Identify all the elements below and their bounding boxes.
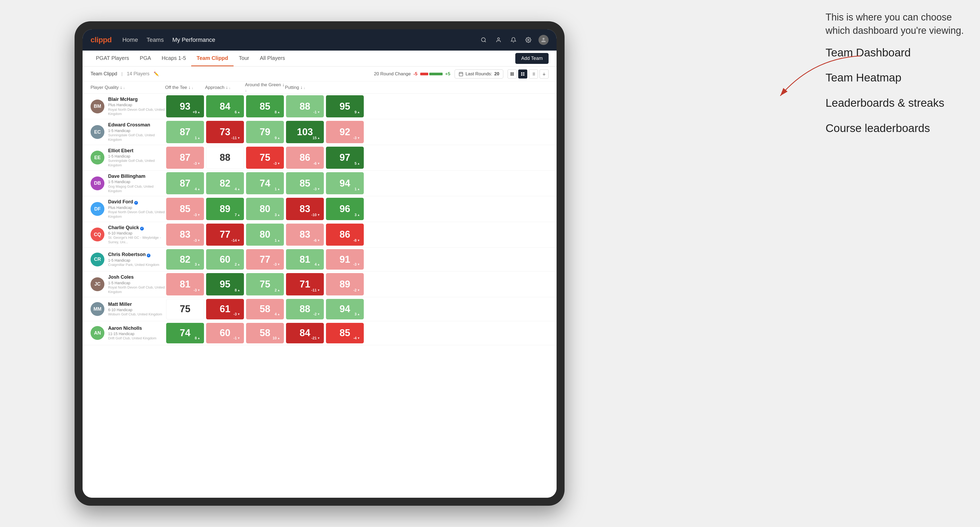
score-cell-2-2[interactable]: 75-3▼	[246, 147, 284, 169]
col-around-green[interactable]: Around the Green ↓	[245, 82, 285, 93]
score-cell-5-3[interactable]: 83-6▼	[286, 224, 324, 246]
score-cell-4-0[interactable]: 85-3▼	[166, 198, 204, 220]
user-icon[interactable]	[494, 35, 503, 45]
score-cell-3-2[interactable]: 741▲	[246, 172, 284, 194]
score-cell-3-3[interactable]: 85-3▼	[286, 172, 324, 194]
add-team-button[interactable]: Add Team	[515, 53, 549, 64]
bar-red	[420, 73, 428, 75]
score-cell-4-1[interactable]: 897▲	[206, 198, 244, 220]
score-cell-0-2[interactable]: 858▲	[246, 95, 284, 117]
col-player-quality[interactable]: Player Quality ↓	[91, 85, 165, 90]
score-cell-7-2[interactable]: 752▲	[246, 273, 284, 295]
score-cell-9-4[interactable]: 85-4▼	[326, 323, 364, 343]
search-icon[interactable]	[479, 35, 488, 45]
score-change: 8▲	[235, 288, 240, 292]
nav-item-home[interactable]: Home	[122, 37, 138, 43]
avatar: DF	[91, 202, 104, 216]
score-cell-3-0[interactable]: 874▲	[166, 172, 204, 194]
col-approach[interactable]: Approach ↓	[205, 85, 245, 90]
score-cell-0-4[interactable]: 959▲	[326, 95, 364, 117]
score-cell-7-0[interactable]: 81-3▼	[166, 273, 204, 295]
score-cell-6-3[interactable]: 814▲	[286, 249, 324, 270]
score-change: 5▲	[355, 161, 360, 165]
table-row[interactable]: JCJosh Coles1-5 HandicapRoyal North Devo…	[83, 271, 557, 297]
score-cell-2-3[interactable]: 86-6▼	[286, 147, 324, 169]
table-row[interactable]: MMMatt Miller6-10 HandicapWoburn Golf Cl…	[83, 297, 557, 321]
table-row[interactable]: BMBlair McHargPlus HandicapRoyal North D…	[83, 94, 557, 119]
score-value: 77	[220, 229, 231, 240]
score-cell-8-3[interactable]: 88-2▼	[286, 299, 324, 319]
subnav-teamclippd[interactable]: Team Clippd	[191, 51, 234, 66]
verified-badge: ✓	[134, 201, 138, 205]
score-cell-6-1[interactable]: 602▲	[206, 249, 244, 270]
score-cell-1-0[interactable]: 871▲	[166, 121, 204, 143]
score-cell-8-2[interactable]: 584▲	[246, 299, 284, 319]
score-cell-8-1[interactable]: 61-3▼	[206, 299, 244, 319]
grid-view-button[interactable]	[508, 70, 517, 78]
subnav-pgat[interactable]: PGAT Players	[91, 51, 135, 66]
table-row[interactable]: CQCharlie Quick✓6-10 HandicapSt. George'…	[83, 222, 557, 248]
score-change: 3▲	[355, 312, 360, 316]
score-cell-0-3[interactable]: 88-1▼	[286, 95, 324, 117]
score-cell-6-4[interactable]: 91-3▼	[326, 249, 364, 270]
score-cell-7-3[interactable]: 71-11▼	[286, 273, 324, 295]
score-cell-7-1[interactable]: 958▲	[206, 273, 244, 295]
score-cell-9-0[interactable]: 748▲	[166, 323, 204, 343]
score-cell-4-4[interactable]: 963▲	[326, 198, 364, 220]
svg-rect-8	[511, 72, 512, 74]
score-cell-2-1[interactable]: 88	[206, 147, 244, 169]
score-cell-1-1[interactable]: 73-11▼	[206, 121, 244, 143]
sort-button[interactable]	[539, 70, 549, 78]
score-value: 82	[180, 254, 190, 265]
score-cell-4-2[interactable]: 803▲	[246, 198, 284, 220]
score-value: 71	[300, 279, 310, 290]
subnav-tour[interactable]: Tour	[234, 51, 255, 66]
score-cell-6-0[interactable]: 823▲	[166, 249, 204, 270]
nav-item-teams[interactable]: Teams	[146, 37, 164, 43]
score-cell-5-1[interactable]: 77-14▼	[206, 224, 244, 246]
score-value: 88	[300, 101, 310, 112]
heatmap-view-button[interactable]	[518, 70, 527, 78]
bell-icon[interactable]	[509, 35, 518, 45]
settings-icon[interactable]	[523, 35, 533, 45]
table-row[interactable]: ECEdward Crossman1-5 HandicapSunningdale…	[83, 119, 557, 145]
score-cell-9-3[interactable]: 84-21▼	[286, 323, 324, 343]
score-cell-8-0[interactable]: 75	[166, 299, 204, 319]
table-row[interactable]: DBDave Billingham1-5 HandicapGog Magog G…	[83, 171, 557, 196]
table-row[interactable]: ANAaron Nicholls11-15 HandicapDrift Golf…	[83, 321, 557, 345]
score-cell-5-0[interactable]: 83-3▼	[166, 224, 204, 246]
table-row[interactable]: DFDavid Ford✓Plus HandicapRoyal North De…	[83, 196, 557, 222]
score-cell-6-2[interactable]: 77-3▼	[246, 249, 284, 270]
subnav-hcaps[interactable]: Hcaps 1-5	[156, 51, 191, 66]
user-avatar[interactable]	[538, 35, 549, 45]
table-row[interactable]: EEElliot Ebert1-5 HandicapSunningdale Go…	[83, 145, 557, 171]
nav-item-myperformance[interactable]: My Performance	[172, 37, 215, 43]
score-cell-9-2[interactable]: 5810▲	[246, 323, 284, 343]
col-putting[interactable]: Putting ↓	[285, 85, 325, 90]
score-cell-4-3[interactable]: 83-10▼	[286, 198, 324, 220]
table-row[interactable]: CRChris Robertson✓1-5 HandicapCraigmilla…	[83, 248, 557, 271]
score-cell-1-2[interactable]: 799▲	[246, 121, 284, 143]
subnav-pga[interactable]: PGA	[135, 51, 156, 66]
edit-icon[interactable]: ✏️	[154, 71, 159, 76]
score-cell-3-1[interactable]: 824▲	[206, 172, 244, 194]
score-cell-5-2[interactable]: 801▲	[246, 224, 284, 246]
subnav-allplayers[interactable]: All Players	[255, 51, 290, 66]
score-cell-0-0[interactable]: 93+9▲	[166, 95, 204, 117]
score-cell-1-3[interactable]: 10315▲	[286, 121, 324, 143]
score-cell-5-4[interactable]: 86-8▼	[326, 224, 364, 246]
list-view-button[interactable]	[529, 70, 538, 78]
score-cell-9-1[interactable]: 60-1▼	[206, 323, 244, 343]
score-cell-2-0[interactable]: 87-3▼	[166, 147, 204, 169]
last-rounds-button[interactable]: Last Rounds: 20	[455, 70, 503, 78]
score-value: 96	[339, 203, 350, 214]
col-off-tee[interactable]: Off the Tee ↓	[165, 85, 205, 90]
player-name: Josh Coles	[108, 274, 165, 280]
score-cell-8-4[interactable]: 943▲	[326, 299, 364, 319]
svg-line-1	[485, 41, 486, 42]
score-cell-0-1[interactable]: 846▲	[206, 95, 244, 117]
score-cell-7-4[interactable]: 89-2▼	[326, 273, 364, 295]
score-cell-3-4[interactable]: 941▲	[326, 172, 364, 194]
score-cell-1-4[interactable]: 92-3▼	[326, 121, 364, 143]
score-cell-2-4[interactable]: 975▲	[326, 147, 364, 169]
